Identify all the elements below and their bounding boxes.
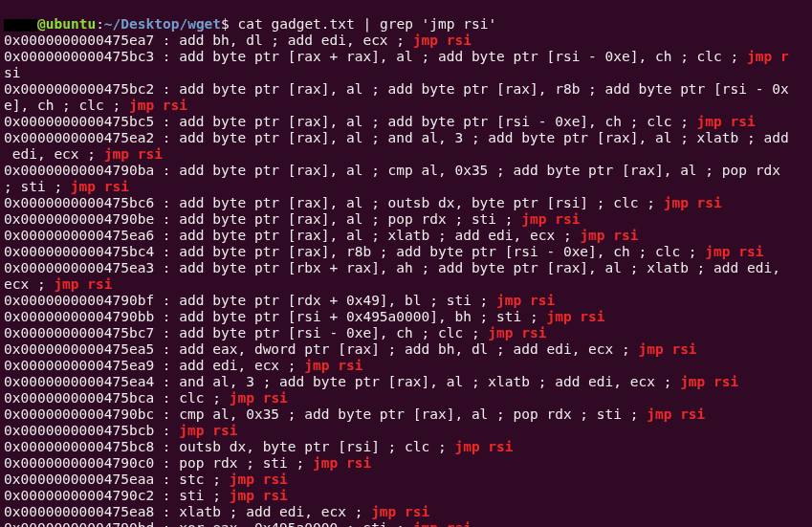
- address: 0x0000000000475bc8: [4, 439, 154, 454]
- highlight-match: jmp rsi: [546, 309, 604, 324]
- address: 0x0000000000475ea6: [4, 228, 154, 243]
- gadget-line: 0x0000000000475bc2 : add byte ptr [rax],…: [4, 81, 808, 98]
- gadget-line: 0x00000000004790c0 : pop rdx ; sti ; jmp…: [4, 455, 808, 472]
- address: 0x0000000000475eaa: [4, 472, 154, 487]
- address: 0x0000000000475ea2: [4, 130, 154, 145]
- separator: :: [154, 49, 179, 64]
- address: 0x0000000000475bc7: [4, 325, 154, 340]
- separator: :: [154, 81, 179, 97]
- gadget-line: 0x0000000000475bc5 : add byte ptr [rax],…: [4, 114, 808, 130]
- highlight-match: jmp rsi: [304, 358, 362, 373]
- highlight-match: jmp rsi: [664, 195, 722, 210]
- highlight-match: jmp rsi: [638, 341, 696, 357]
- address: 0x0000000000475bc3: [4, 49, 154, 64]
- separator: :: [154, 195, 179, 210]
- address: 0x00000000004790bf: [4, 293, 154, 308]
- instruction-text: stc ;: [179, 472, 229, 487]
- instruction-text: add bh, dl ; add edi, ecx ;: [179, 33, 412, 48]
- command-text: cat gadget.txt | grep 'jmp rsi': [230, 16, 496, 32]
- highlight-match: jmp rsi: [104, 146, 163, 162]
- highlight-match: jmp rsi: [580, 228, 638, 243]
- address: 0x0000000000475ea4: [4, 374, 154, 389]
- separator: :: [154, 390, 179, 406]
- instruction-text: add byte ptr [rax], al ; outsb dx, byte …: [179, 195, 663, 210]
- gadget-line: 0x0000000000475bc6 : add byte ptr [rax],…: [4, 195, 808, 211]
- highlight-match: jmp rsi: [680, 374, 738, 389]
- separator: :: [154, 260, 179, 275]
- highlight-match: jmp rsi: [454, 439, 513, 454]
- separator: :: [154, 406, 179, 422]
- highlight-match: jmp rsi: [705, 244, 763, 259]
- highlight-match: jmp rsi: [179, 423, 237, 438]
- highlight-match: jmp rsi: [647, 406, 705, 422]
- gadget-line: 0x00000000004790bc : cmp al, 0x35 ; add …: [4, 406, 808, 423]
- gadget-line-wrap: edi, ecx ; jmp rsi: [4, 146, 808, 163]
- prompt-path: ~/Desktop/wget: [104, 16, 221, 32]
- gadget-line: 0x0000000000475bca : clc ; jmp rsi: [4, 390, 808, 406]
- address: 0x0000000000475bca: [4, 390, 154, 406]
- separator: :: [154, 520, 179, 527]
- prompt-line: @ubuntu:~/Desktop/wget$ cat gadget.txt |…: [4, 16, 808, 33]
- highlight-match: jmp rsi: [230, 488, 288, 503]
- separator: :: [154, 455, 179, 471]
- separator: :: [154, 423, 179, 438]
- address: 0x0000000000475bc5: [4, 114, 154, 129]
- separator: :: [154, 358, 179, 373]
- highlight-match: jmp rsi: [488, 325, 546, 340]
- gadget-line: 0x0000000000475bc8 : outsb dx, byte ptr …: [4, 439, 808, 455]
- instruction-text: xlatb ; add edi, ecx ;: [179, 504, 371, 519]
- separator: :: [154, 114, 179, 129]
- highlight-match: jmp rsi: [496, 293, 555, 308]
- instruction-text: cmp al, 0x35 ; add byte ptr [rax], al ; …: [179, 406, 647, 422]
- instruction-text: outsb dx, byte ptr [rsi] ; clc ;: [179, 439, 454, 454]
- separator: :: [154, 228, 179, 243]
- prompt-colon: :: [96, 16, 104, 32]
- user-redacted: [4, 19, 37, 32]
- highlight-match: jmp rsi: [371, 504, 429, 519]
- separator: :: [154, 325, 179, 340]
- gadget-line: 0x0000000000475bc3 : add byte ptr [rax +…: [4, 49, 808, 65]
- highlight-match: jmp rsi: [413, 33, 472, 48]
- gadget-line: 0x0000000000475ea2 : add byte ptr [rax],…: [4, 130, 808, 146]
- address: 0x00000000004790bb: [4, 309, 154, 324]
- terminal-output[interactable]: @ubuntu:~/Desktop/wget$ cat gadget.txt |…: [0, 0, 812, 527]
- address: 0x0000000000475bcb: [4, 423, 154, 438]
- gadget-line-wrap: ecx ; jmp rsi: [4, 276, 808, 293]
- instruction-text: add byte ptr [rax], al ; cmp al, 0x35 ; …: [179, 163, 788, 178]
- instruction-text: add byte ptr [rax], al ; add byte ptr [r…: [179, 81, 788, 97]
- gadget-line: 0x0000000000475ea7 : add bh, dl ; add ed…: [4, 33, 808, 49]
- separator: :: [154, 504, 179, 519]
- instruction-text: add edi, ecx ;: [179, 358, 304, 373]
- highlight-match: jmp rsi: [230, 472, 288, 487]
- highlight-match: jmp rsi: [697, 114, 756, 129]
- address: 0x00000000004790c0: [4, 455, 154, 471]
- gadget-line: 0x00000000004790bf : add byte ptr [rdx +…: [4, 293, 808, 309]
- instruction-text: xor eax, 0x495a0000 ; sti ;: [179, 520, 412, 527]
- gadget-line: 0x0000000000475ea5 : add eax, dword ptr …: [4, 341, 808, 358]
- gadget-line-wrap: e], ch ; clc ; jmp rsi: [4, 98, 808, 114]
- address: 0x0000000000475ea3: [4, 260, 154, 275]
- instruction-text: add byte ptr [rsi + 0x495a0000], bh ; st…: [179, 309, 546, 324]
- separator: :: [154, 293, 179, 308]
- address: 0x00000000004790bd: [4, 520, 154, 527]
- instruction-text: ecx ;: [4, 276, 54, 292]
- gadget-line: 0x0000000000475bc7 : add byte ptr [rsi -…: [4, 325, 808, 341]
- address: 0x0000000000475bc4: [4, 244, 154, 259]
- address: 0x00000000004790be: [4, 211, 154, 227]
- gadget-line: 0x00000000004790ba : add byte ptr [rax],…: [4, 163, 808, 179]
- instruction-text: pop rdx ; sti ;: [179, 455, 313, 471]
- gadget-line: 0x00000000004790c2 : sti ; jmp rsi: [4, 488, 808, 504]
- separator: :: [154, 211, 179, 227]
- gadget-line: 0x0000000000475ea4 : and al, 3 ; add byt…: [4, 374, 808, 390]
- address: 0x0000000000475ea8: [4, 504, 154, 519]
- instruction-text: add byte ptr [rbx + rax], ah ; add byte …: [179, 260, 788, 275]
- address: 0x0000000000475ea9: [4, 358, 154, 373]
- separator: :: [154, 472, 179, 487]
- instruction-text: add eax, dword ptr [rax] ; add bh, dl ; …: [179, 341, 638, 357]
- instruction-text: sti ;: [179, 488, 229, 503]
- instruction-text: add byte ptr [rax], al ; add byte ptr [r…: [179, 114, 696, 129]
- instruction-text: add byte ptr [rsi - 0xe], ch ; clc ;: [179, 325, 488, 340]
- gadget-line: 0x00000000004790bb : add byte ptr [rsi +…: [4, 309, 808, 325]
- prompt-dollar: $: [221, 16, 230, 32]
- highlight-match: jmp rsi: [521, 211, 580, 227]
